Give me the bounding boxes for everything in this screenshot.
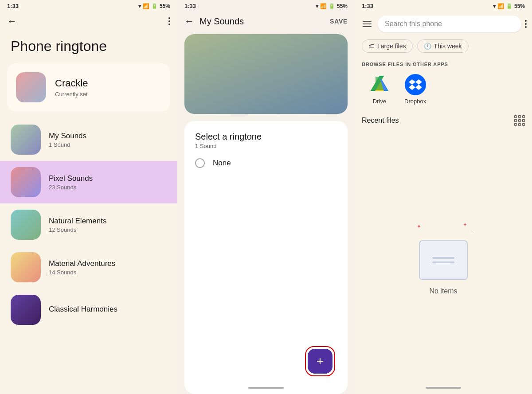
sound-count-pixel: 23 Sounds [49,184,93,191]
more-button-3[interactable] [525,20,527,28]
clock-icon: 🕐 [424,43,431,50]
panel3-scrollbar [426,387,461,389]
more-button-1[interactable] [168,17,170,25]
status-icons-1: ▾ 📶 🔋 55% [138,3,170,9]
svg-marker-9 [409,79,415,85]
sound-count-natural: 12 Sounds [49,226,106,233]
no-items-area: ✦ ✦ · No items [355,129,532,383]
crackle-thumbnail [16,72,46,102]
grid-dot [518,123,521,126]
sound-count-material: 14 Sounds [49,269,115,276]
grid-view-button[interactable] [514,115,525,126]
plus-icon: + [317,355,324,367]
save-button[interactable]: SAVE [330,18,348,25]
grid-dot [522,115,525,118]
grid-dot [522,123,525,126]
fab-outer-border: + [305,346,335,376]
drive-icon: Drive [369,74,390,95]
sparkle-icon: · [471,228,473,234]
grid-dot [518,115,521,118]
list-item-natural[interactable]: Natural Elements 12 Sounds [0,203,177,246]
more-dot [525,20,527,22]
status-bar-2: 1:33 ▾ 📶 🔋 55% [177,0,355,12]
none-label: None [213,159,231,168]
more-dot [168,17,170,19]
grid-dot [514,115,517,118]
empty-box-line [432,261,454,263]
ham-line [363,26,372,27]
status-icons-3: ▾ 📶 🔋 55% [493,3,525,9]
thumb-material [11,252,41,282]
wifi-icon-2: ▾ [316,3,318,9]
more-dot [168,20,170,22]
drive-label: Drive [373,98,386,105]
sparkle-icon: ✦ [463,222,467,228]
sound-item-info: Classical Harmonies [49,305,117,315]
tag-icon: 🏷 [368,43,375,50]
grid-dot [522,119,525,122]
dropbox-logo [409,78,422,91]
empty-box [419,240,468,280]
none-row[interactable]: None [195,158,337,168]
filter-chip-large-files[interactable]: 🏷 Large files [362,39,413,53]
wifi-icon-3: ▾ [493,3,496,9]
time-2: 1:33 [184,3,196,9]
browse-apps-row: Drive Drive Dropbox [355,70,532,108]
filter-chip-this-week[interactable]: 🕐 This week [417,39,469,53]
svg-marker-10 [415,79,422,85]
back-button-1[interactable]: ← [7,16,17,27]
empty-illustration: ✦ ✦ · [412,218,474,280]
browse-app-dropbox[interactable]: Dropbox [404,74,426,105]
dropbox-icon [405,74,426,95]
search-bar[interactable]: Search this phone [378,16,521,32]
list-item-pixel[interactable]: Pixel Sounds 23 Sounds [0,161,177,203]
crackle-name: Crackle [55,78,88,89]
search-placeholder: Search this phone [385,20,442,28]
battery-icon-3: 🔋 [506,3,512,9]
sound-list: My Sounds 1 Sound Pixel Sounds 23 Sounds… [0,118,177,394]
list-item-material[interactable]: Material Adventures 14 Sounds [0,246,177,289]
status-bar-1: 1:33 ▾ 📶 🔋 55% [0,0,177,12]
battery-pct-2: 55% [337,3,348,9]
empty-box-lines [432,257,454,263]
panel2-scrollbar [248,387,284,389]
sound-name-classical: Classical Harmonies [49,305,117,314]
crackle-sub: Currently set [55,91,88,98]
battery-pct-1: 55% [160,3,170,9]
battery-icon-2: 🔋 [329,3,335,9]
hamburger-button[interactable] [360,18,374,30]
list-item-classical[interactable]: Classical Harmonies [0,289,177,331]
thumb-pixel [11,167,41,197]
sound-count-mysounds: 1 Sound [49,141,86,148]
thumb-mysounds [11,125,41,155]
thumb-natural [11,210,41,240]
add-sound-fab[interactable]: + [308,349,332,374]
battery-icon: 🔋 [151,3,158,9]
ham-line [363,21,372,22]
select-ringtone-count: 1 Sound [195,143,337,149]
more-dot [525,26,527,28]
currently-set-card[interactable]: Crackle Currently set [7,63,170,111]
sound-name-material: Material Adventures [49,259,115,268]
svg-marker-11 [409,85,415,90]
grid-dot [514,119,517,122]
back-button-2[interactable]: ← [184,16,194,27]
grid-row [514,119,525,122]
panel1-toolbar: ← [0,12,177,31]
none-radio[interactable] [195,158,205,168]
grid-dot [514,123,517,126]
panel2-toolbar: ← My Sounds SAVE [177,12,355,31]
empty-box-line [432,257,454,259]
grid-dot [518,119,521,122]
sound-item-info: Pixel Sounds 23 Sounds [49,174,93,191]
ham-line [363,23,372,24]
no-items-text: No items [429,287,457,295]
panel3-toolbar: Search this phone [355,12,532,36]
browse-section-title: BROWSE FILES IN OTHER APPS [355,56,532,70]
sound-name-pixel: Pixel Sounds [49,174,93,183]
more-dot [525,23,527,25]
list-item-mysounds[interactable]: My Sounds 1 Sound [0,118,177,161]
panel2-title: My Sounds [200,16,330,27]
browse-app-drive[interactable]: Drive Drive [369,74,390,105]
signal-icon-2: 📶 [320,3,327,9]
